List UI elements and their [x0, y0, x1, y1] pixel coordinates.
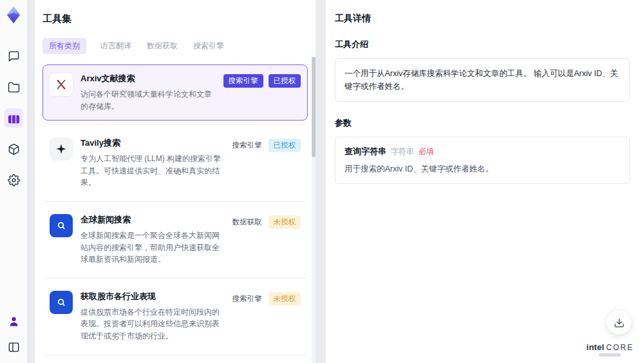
page-title: 工具集: [43, 13, 308, 25]
toolset-panel: 工具集 所有类别 语言翻译 数据获取 搜索引擎 Arxiv文献搜索 访问各个研究…: [35, 0, 316, 363]
intro-box: 一个用于从Arxiv存储库搜索科学论文和文章的工具。 输入可以是Arxiv ID…: [335, 58, 630, 102]
nav-chat-button[interactable]: [4, 46, 23, 66]
download-icon: [614, 317, 625, 328]
list-divider: [44, 355, 307, 355]
arxiv-logo-icon: [50, 73, 73, 96]
gear-icon: [8, 174, 20, 186]
category-badge: 搜索引擎: [231, 292, 263, 306]
intro-text: 一个用于从Arxiv存储库搜索科学论文和文章的工具。 输入可以是Arxiv ID…: [345, 67, 620, 93]
tool-description: 全球新闻搜索是一个聚合全球各大新闻网站内容的搜索引擎，帮助用户快速获取全球最新资…: [80, 230, 223, 266]
nav-files-button[interactable]: [4, 77, 23, 97]
tool-card-sector-performance[interactable]: 获取股市各行业表现 提供股票市场各个行业在特定时间段内的表现。投资者可以利用这些…: [43, 282, 308, 351]
nav-tools-button[interactable]: [4, 108, 23, 128]
news-search-logo-icon: [50, 214, 73, 237]
tool-card-active-stocks[interactable]: 获取市场最活跃股票信息 提供当天交易量最高的股票列表，投资者可以利用这些信息来识…: [43, 359, 308, 363]
tool-description: 专为人工智能代理 (LLM) 构建的搜索引擎工具。可快速提供实时、准确和真实的结…: [80, 153, 223, 189]
auth-status-badge: 未授权: [269, 215, 301, 229]
list-divider: [44, 124, 307, 125]
list-divider: [44, 278, 307, 279]
tab-all-categories[interactable]: 所有类别: [43, 38, 86, 54]
chat-icon: [8, 50, 20, 63]
params-heading: 参数: [335, 117, 630, 129]
intel-brand-text: intel: [587, 343, 605, 351]
param-required-badge: 必填: [419, 146, 434, 157]
app-logo-icon[interactable]: [4, 5, 23, 25]
collapse-sidebar-button[interactable]: [4, 337, 23, 357]
user-profile-button[interactable]: [4, 311, 23, 331]
tool-description: 提供股票市场各个行业在特定时间段内的表现。投资者可以利用这些信息来识别表现优于或…: [80, 306, 223, 342]
intro-heading: 工具介绍: [335, 39, 630, 50]
tool-description: 访问各个研究领域大量科学论文和文章的存储库。: [80, 88, 216, 112]
tool-name: 全球新闻搜索: [80, 214, 223, 226]
param-type: 字符串: [391, 146, 414, 157]
folder-icon: [8, 81, 20, 93]
tool-name: Tavily搜索: [80, 137, 223, 149]
tool-card-global-news[interactable]: 全球新闻搜索 全球新闻搜索是一个聚合全球各大新闻网站内容的搜索引擎，帮助用户快速…: [43, 206, 308, 274]
tab-search-engine[interactable]: 搜索引擎: [192, 38, 225, 54]
cube-icon: [8, 143, 20, 155]
auth-status-badge: 已授权: [269, 74, 301, 88]
param-box: 查询字符串 字符串 必填 用于搜索的Arxiv ID、关键字或作者姓名。: [335, 137, 630, 184]
param-description: 用于搜索的Arxiv ID、关键字或作者姓名。: [345, 164, 620, 175]
category-badge: 搜索引擎: [231, 139, 263, 152]
tool-detail-panel: 工具详情 工具介绍 一个用于从Arxiv存储库搜索科学论文和文章的工具。 输入可…: [326, 0, 644, 363]
tavily-logo-icon: [50, 137, 73, 161]
category-tabs: 所有类别 语言翻译 数据获取 搜索引擎: [43, 38, 308, 54]
tab-data-fetch[interactable]: 数据获取: [146, 38, 179, 54]
download-button[interactable]: [607, 310, 631, 335]
auth-status-badge: 已授权: [269, 139, 301, 152]
list-scrollbar-thumb[interactable]: [312, 57, 316, 157]
panel-columns-icon: [8, 341, 20, 353]
stock-search-logo-icon: [50, 291, 73, 314]
auth-status-badge: 未授权: [269, 292, 301, 306]
category-badge: 数据获取: [231, 215, 263, 229]
intel-logo-subbar: [599, 353, 621, 357]
tool-name: Arxiv文献搜索: [80, 73, 216, 84]
tool-name: 获取股市各行业表现: [80, 291, 223, 302]
briefcase-icon: [8, 112, 20, 124]
intel-series-text: CORE: [606, 344, 634, 351]
tool-card-arxiv[interactable]: Arxiv文献搜索 访问各个研究领域大量科学论文和文章的存储库。 搜索引擎 已授…: [43, 64, 308, 121]
tool-card-tavily[interactable]: Tavily搜索 专为人工智能代理 (LLM) 构建的搜索引擎工具。可快速提供实…: [43, 129, 308, 197]
category-badge: 搜索引擎: [223, 74, 263, 88]
param-name: 查询字符串: [345, 146, 386, 157]
nav-packages-button[interactable]: [4, 139, 23, 159]
nav-settings-button[interactable]: [4, 170, 23, 190]
intel-core-logo: intel CORE: [587, 343, 634, 357]
list-scrollbar-track[interactable]: [312, 57, 316, 363]
app-rail: [0, 0, 27, 363]
tab-language-translation[interactable]: 语言翻译: [99, 38, 133, 54]
tool-list: Arxiv文献搜索 访问各个研究领域大量科学论文和文章的存储库。 搜索引擎 已授…: [43, 64, 308, 363]
user-icon: [8, 315, 20, 328]
detail-title: 工具详情: [335, 13, 630, 25]
list-divider: [44, 201, 307, 202]
